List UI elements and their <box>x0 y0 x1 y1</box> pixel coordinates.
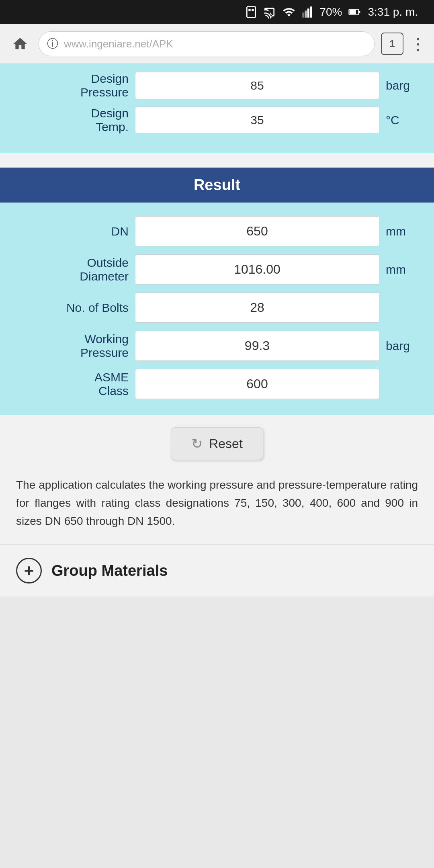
svg-rect-1 <box>249 9 251 11</box>
svg-rect-2 <box>252 9 254 11</box>
design-temp-row: DesignTemp. °C <box>16 106 418 134</box>
bolts-value: 28 <box>135 293 379 323</box>
battery-percentage: 70% <box>319 6 342 18</box>
outside-diameter-label: OutsideDiameter <box>16 256 129 283</box>
dn-value-wrapper: 650 <box>135 216 379 246</box>
group-materials-section[interactable]: + Group Materials <box>0 545 434 596</box>
description-text: The application calculates the working p… <box>0 468 434 545</box>
design-temp-input[interactable] <box>135 106 379 134</box>
status-bar: 70% 3:31 p. m. <box>0 0 434 24</box>
asme-class-value-wrapper: 600 <box>135 369 379 399</box>
working-pressure-value: 99.3 <box>135 331 379 361</box>
bolts-label: No. of Bolts <box>16 301 129 315</box>
group-materials-expand-icon[interactable]: + <box>16 558 42 583</box>
svg-rect-5 <box>307 8 309 18</box>
time-display: 3:31 p. m. <box>368 6 418 18</box>
reset-button-container: ↻ Reset <box>0 415 434 468</box>
input-section: DesignPressure barg DesignTemp. °C <box>0 64 434 153</box>
svg-rect-8 <box>359 11 360 13</box>
group-materials-label: Group Materials <box>51 562 168 579</box>
status-icons: 70% 3:31 p. m. <box>245 6 418 18</box>
reset-button[interactable]: ↻ Reset <box>171 427 263 460</box>
reset-label: Reset <box>209 436 243 451</box>
svg-rect-3 <box>303 12 305 18</box>
tab-count-button[interactable]: 1 <box>381 33 403 55</box>
design-pressure-label: DesignPressure <box>16 72 129 99</box>
outside-diameter-unit: mm <box>386 263 418 276</box>
reset-icon: ↻ <box>191 436 203 452</box>
dn-unit: mm <box>386 225 418 238</box>
result-title: Result <box>16 176 418 194</box>
asme-class-value: 600 <box>135 369 379 399</box>
sim-icon <box>245 6 258 18</box>
result-row-asme-class: ASMEClass 600 <box>16 365 418 403</box>
working-pressure-value-wrapper: 99.3 <box>135 331 379 361</box>
svg-rect-4 <box>305 10 307 18</box>
cast-icon <box>263 6 276 18</box>
main-content: DesignPressure barg DesignTemp. °C Resul… <box>0 64 434 596</box>
design-temp-input-wrapper <box>135 106 379 134</box>
url-suffix: APK <box>152 38 173 50</box>
dn-value: 650 <box>135 216 379 246</box>
battery-icon <box>348 6 362 18</box>
signal-icon <box>302 6 314 18</box>
result-section: DN 650 mm OutsideDiameter 1016.00 mm No.… <box>0 203 434 415</box>
svg-rect-0 <box>247 7 256 18</box>
asme-class-label: ASMEClass <box>16 371 129 398</box>
browser-menu-button[interactable]: ⋮ <box>410 35 426 53</box>
result-header: Result <box>0 168 434 203</box>
result-row-outside-diameter: OutsideDiameter 1016.00 mm <box>16 250 418 289</box>
design-pressure-row: DesignPressure barg <box>16 72 418 99</box>
design-pressure-input[interactable] <box>135 72 379 99</box>
design-temp-label: DesignTemp. <box>16 106 129 134</box>
browser-chrome: ⓘ www.ingeniare.net/APK 1 ⋮ <box>0 24 434 64</box>
dn-label: DN <box>16 225 129 238</box>
info-icon: ⓘ <box>47 36 58 51</box>
result-row-bolts: No. of Bolts 28 <box>16 289 418 327</box>
design-pressure-unit: barg <box>386 79 418 92</box>
bolts-value-wrapper: 28 <box>135 293 379 323</box>
result-row-dn: DN 650 mm <box>16 212 418 250</box>
working-pressure-label: WorkingPressure <box>16 332 129 360</box>
working-pressure-unit: barg <box>386 339 418 353</box>
wifi-icon <box>282 6 296 18</box>
plus-icon: + <box>24 562 34 579</box>
svg-rect-6 <box>310 6 312 18</box>
address-bar[interactable]: ⓘ www.ingeniare.net/APK <box>39 31 375 56</box>
home-button[interactable] <box>8 32 32 56</box>
outside-diameter-value-wrapper: 1016.00 <box>135 254 379 285</box>
design-temp-unit: °C <box>386 113 418 127</box>
result-row-working-pressure: WorkingPressure 99.3 barg <box>16 327 418 365</box>
outside-diameter-value: 1016.00 <box>135 254 379 285</box>
design-pressure-input-wrapper <box>135 72 379 99</box>
browser-url: www.ingeniare.net/APK <box>64 38 366 50</box>
svg-rect-9 <box>350 10 356 14</box>
